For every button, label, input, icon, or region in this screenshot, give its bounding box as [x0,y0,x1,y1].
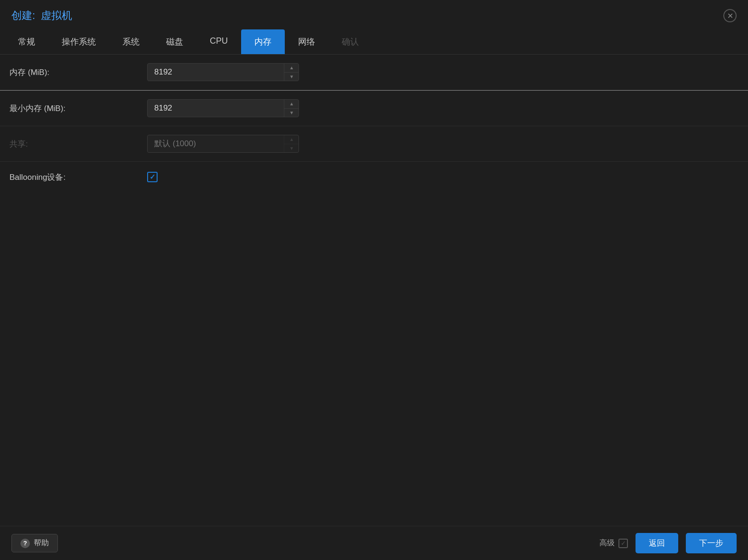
help-icon: ? [20,539,30,548]
advanced-checkbox[interactable]: ✓ [618,539,628,548]
min-memory-input-wrap: ▲ ▼ [147,99,299,117]
min-memory-input[interactable] [147,99,299,117]
share-input [147,135,299,153]
main-window: 创建: 虚拟机 ✕ 常规 操作系统 系统 磁盘 CPU 内存 网络 确认 [0,0,748,560]
ballooning-checkbox-wrap[interactable]: ✓ [147,172,158,182]
memory-mib-spinner[interactable]: ▲ ▼ [284,63,299,81]
advanced-checkmark: ✓ [621,540,626,547]
tab-memory[interactable]: 内存 [241,29,285,54]
advanced-label: 高级 [599,538,615,548]
ballooning-checkbox[interactable]: ✓ [147,172,158,182]
memory-mib-input-wrap: ▲ ▼ [147,63,299,81]
bottom-bar: ? 帮助 高级 ✓ 返回 下一步 [0,526,748,560]
spinner-down-icon: ▼ [290,74,294,79]
memory-mib-row: 内存 (MiB): ▲ ▼ [0,55,748,90]
help-button[interactable]: ? 帮助 [11,534,58,552]
memory-mib-input[interactable] [147,63,299,81]
tab-disk[interactable]: 磁盘 [153,29,196,54]
share-spinner: ▲ ▼ [284,135,299,153]
memory-mib-spinner-up[interactable]: ▲ [284,63,299,73]
right-actions: 高级 ✓ 返回 下一步 [599,533,737,553]
share-row: 共享: ▲ ▼ [0,126,748,162]
min-memory-row: 最小内存 (MiB): ▲ ▼ [0,91,748,126]
share-spinner-up-icon: ▲ [290,137,294,142]
tab-network[interactable]: 网络 [285,29,328,54]
help-label: 帮助 [34,538,49,548]
share-label: 共享: [9,139,147,149]
ballooning-checkmark: ✓ [150,173,156,181]
back-button[interactable]: 返回 [636,533,678,553]
tab-bar: 常规 操作系统 系统 磁盘 CPU 内存 网络 确认 [0,29,748,55]
tab-cpu[interactable]: CPU [196,29,241,54]
tab-os[interactable]: 操作系统 [48,29,109,54]
memory-mib-label: 内存 (MiB): [9,67,147,78]
close-button[interactable]: ✕ [723,9,737,22]
tab-confirm: 确认 [328,29,372,54]
spinner-up-icon: ▲ [290,65,294,70]
close-icon: ✕ [727,11,733,20]
ballooning-row: Ballooning设备: ✓ [0,162,748,192]
min-memory-label: 最小内存 (MiB): [9,103,147,114]
title-name: 虚拟机 [41,9,72,21]
tab-system[interactable]: 系统 [109,29,153,54]
next-button[interactable]: 下一步 [686,533,737,553]
min-memory-spinner-up[interactable]: ▲ [284,99,299,109]
share-spinner-down: ▼ [284,144,299,153]
share-spinner-down-icon: ▼ [290,146,294,151]
ballooning-label: Ballooning设备: [9,172,147,183]
min-memory-spinner-down[interactable]: ▼ [284,109,299,118]
share-spinner-up: ▲ [284,135,299,144]
title-prefix: 创建: [11,9,35,21]
window-title: 创建: 虚拟机 [11,9,72,23]
tab-general[interactable]: 常规 [5,29,48,54]
share-input-wrap: ▲ ▼ [147,135,299,153]
spinner-down-icon2: ▼ [290,110,294,115]
min-memory-spinner[interactable]: ▲ ▼ [284,99,299,117]
title-bar: 创建: 虚拟机 ✕ [0,0,748,29]
memory-mib-spinner-down[interactable]: ▼ [284,73,299,82]
advanced-wrap: 高级 ✓ [599,538,628,548]
spinner-up-icon2: ▲ [290,101,294,106]
content-area: 内存 (MiB): ▲ ▼ 最小内存 (MiB): [0,55,748,526]
